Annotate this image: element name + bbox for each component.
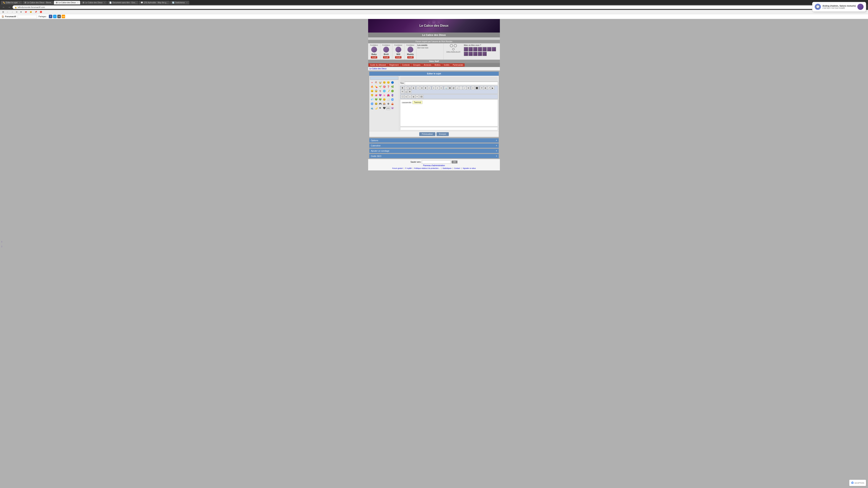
toolbar-subscript[interactable]: ⊠	[484, 86, 487, 90]
staff-profil-maddy[interactable]: Profil	[407, 56, 414, 59]
toolbar-table[interactable]: H	[401, 90, 404, 93]
emoji-diamond[interactable]: 💎	[370, 98, 374, 101]
footer-link-forum[interactable]: Forum gratuit	[392, 167, 403, 169]
emoji-cherry[interactable]: 🌸	[382, 93, 386, 97]
tab-close[interactable]: ×	[138, 2, 138, 4]
toolbar-more[interactable]: ⌘	[408, 90, 411, 93]
breadcrumb-link[interactable]: Le Calice des Dieux	[369, 68, 386, 70]
toolbar-block[interactable]: ⬛	[475, 86, 479, 90]
subject-input[interactable]	[405, 82, 498, 85]
emoji-target[interactable]: 🎯	[382, 85, 386, 89]
nav-back-btn[interactable]: ←	[2, 5, 6, 9]
toolbar-gear[interactable]: ⚙	[467, 86, 470, 90]
tab-google-doc[interactable]: 📄 Document sans titre - Goo... ×	[107, 1, 138, 4]
bookmark-github[interactable]: 🐙	[24, 10, 28, 13]
emoji-angry[interactable]: 😠	[370, 89, 374, 93]
emoji-gamepad[interactable]: 🎮	[378, 102, 382, 106]
toolbar-smiley[interactable]: ☺	[456, 86, 459, 90]
calendrier-toggle[interactable]: +	[496, 144, 497, 147]
toolbar-check[interactable]: ✓	[463, 86, 466, 90]
emoji-ghost[interactable]: 👻	[378, 89, 382, 93]
tab-close[interactable]: ×	[169, 2, 170, 4]
emoji-lollipop[interactable]: 🍭	[374, 80, 378, 85]
tab-switcheroo[interactable]: 🔄 Switcheroo ×	[170, 1, 189, 4]
emoji-fire[interactable]: 🔥	[370, 85, 374, 89]
bookmark-forward[interactable]: →	[10, 10, 14, 13]
rss-icon[interactable]: rss	[62, 15, 65, 18]
toolbar-minus[interactable]: −	[459, 86, 463, 90]
toolbar-special[interactable]: ◫	[404, 90, 408, 93]
nav-reglement[interactable]: Règlement	[388, 63, 400, 67]
staff-profil-baby[interactable]: Profil	[371, 56, 377, 59]
emoji-white-sq[interactable]: ⬜	[386, 98, 390, 101]
sondage-header[interactable]: Ajouter un sondage +	[369, 149, 499, 153]
nav-contexte[interactable]: Contexte	[401, 63, 411, 67]
toolbar-checkbox[interactable]: ☐	[401, 95, 404, 98]
tab-close[interactable]: ×	[186, 2, 187, 4]
tab-close[interactable]: ×	[19, 2, 20, 4]
bookmark-circle[interactable]: 🔴	[39, 10, 43, 13]
emoji-blue[interactable]: 🔵	[391, 80, 394, 85]
toolbar-image[interactable]: 🖼	[448, 86, 452, 90]
emoji-heart-g2[interactable]: 💚	[378, 98, 382, 101]
admin-panel-link[interactable]: Panneau d'administration	[369, 164, 499, 166]
toolbar-link[interactable]: ⚓	[444, 86, 448, 90]
jump-btn[interactable]: OK	[452, 161, 458, 163]
emoji-spiral[interactable]: 🌀	[391, 98, 394, 101]
tab-calice1[interactable]: 🏛 Le Calice des Dieux - Bienв... ×	[23, 1, 54, 4]
address-bar[interactable]: 🔒 lafindumonde.forumactif.com	[12, 5, 859, 9]
bookmark-back[interactable]: ←	[6, 10, 9, 13]
email-icon[interactable]: @	[57, 15, 61, 18]
emoji-wave[interactable]: 🌊	[370, 106, 374, 110]
nav-bottins[interactable]: Bottins	[433, 63, 442, 67]
forum-search-input[interactable]	[18, 15, 37, 18]
nav-invites[interactable]: Invités	[442, 63, 451, 67]
seo-header[interactable]: Outils SEO +	[369, 154, 499, 158]
twitter-icon[interactable]: t	[53, 15, 57, 18]
toolbar-scissors-btn[interactable]: ✂	[415, 95, 419, 98]
emoji-candy[interactable]: 🍬	[370, 80, 374, 85]
calendrier-header[interactable]: Calendrier +	[369, 143, 499, 148]
toolbar-delete-btn[interactable]: ⌫	[419, 95, 423, 98]
staff-profil-will[interactable]: Profil	[395, 56, 401, 59]
toolbar-at[interactable]: @	[452, 86, 455, 90]
tab-editer[interactable]: ✏️ Editer le sujet ×	[1, 1, 22, 4]
send-btn[interactable]: Envoyer	[436, 132, 449, 136]
toolbar-cut[interactable]: ✂	[471, 86, 475, 90]
toolbar-list-ul[interactable]: ≡	[432, 86, 436, 90]
emoji-herb[interactable]: 🌿	[391, 85, 394, 89]
toolbar-italic[interactable]: I	[404, 86, 408, 90]
emoji-eye[interactable]: 👁	[378, 106, 382, 110]
emoji-huff[interactable]: 😤	[370, 93, 374, 97]
editor-content-area[interactable]: :casserole: Twemoji	[400, 99, 498, 126]
emoji-globe[interactable]: 🌐	[382, 89, 386, 93]
toolbar-heading[interactable]: H	[480, 86, 484, 90]
toolbar-smile-btn[interactable]: ☺	[408, 95, 411, 98]
footer-link-mybb[interactable]: © myBB	[405, 167, 411, 169]
emoji-pill[interactable]: 💊	[374, 85, 378, 89]
bookmark-grid[interactable]: ⊞	[2, 10, 5, 13]
emoji-swirl[interactable]: 🌀	[370, 102, 374, 106]
toolbar-list-ol[interactable]: ≡	[436, 86, 439, 90]
bookmark-cat[interactable]: 🐱	[29, 10, 33, 13]
emoji-smile2[interactable]: 😊	[382, 98, 386, 101]
bookmark-pin[interactable]: 📌	[34, 10, 38, 13]
emoji-heart-green[interactable]: 💚	[374, 98, 378, 101]
options-toggle[interactable]: +	[496, 139, 497, 142]
emoji-ghost2[interactable]: 👾	[391, 106, 394, 110]
footer-link-stats[interactable]: Statistiques	[442, 167, 452, 169]
emoji-question[interactable]: ❓	[386, 85, 390, 89]
footer-link-politique[interactable]: Politique relative à la protection...	[414, 167, 440, 169]
emoji-smile[interactable]: 😊	[382, 80, 386, 85]
forumactif-logo[interactable]: 🏠 Forumactif	[2, 15, 16, 18]
nav-guide[interactable]: Guide du débutant	[369, 63, 388, 67]
emoji-purple[interactable]: 💜	[378, 93, 382, 97]
nav-annexes[interactable]: Annexes	[422, 63, 433, 67]
toolbar-align-left[interactable]: ≡	[416, 86, 420, 90]
footer-link-signaler[interactable]: Signaler un abus	[463, 167, 476, 169]
options-header[interactable]: Options +	[369, 138, 499, 142]
bookmark-refresh[interactable]: ⊙	[15, 10, 18, 13]
emoji-search-input[interactable]	[370, 76, 398, 80]
toolbar-underline[interactable]: U	[408, 86, 411, 90]
emoji-plant[interactable]: 🌱	[378, 85, 382, 89]
